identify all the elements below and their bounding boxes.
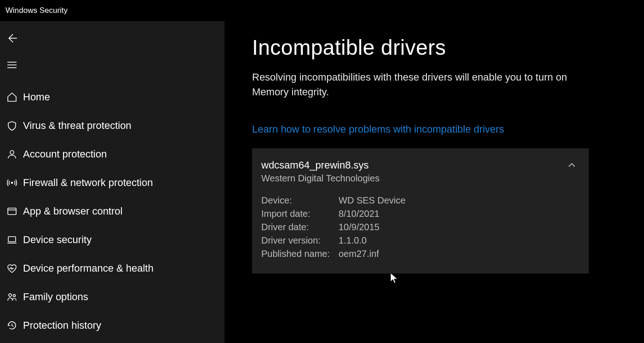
wifi-icon bbox=[4, 177, 20, 188]
back-icon bbox=[4, 32, 20, 44]
sidebar-item-label: Device performance & health bbox=[23, 262, 154, 274]
resolve-link[interactable]: Learn how to resolve problems with incom… bbox=[252, 123, 504, 135]
hamburger-icon bbox=[4, 59, 20, 70]
field-value: oem27.inf bbox=[339, 247, 379, 261]
field-label: Published name: bbox=[261, 247, 339, 261]
driver-field-import-date: Import date: 8/10/2021 bbox=[261, 207, 578, 221]
field-label: Device: bbox=[261, 194, 339, 207]
driver-field-published-name: Published name: oem27.inf bbox=[261, 247, 578, 261]
sidebar-item-device-security[interactable]: Device security bbox=[0, 226, 224, 254]
field-value: WD SES Device bbox=[339, 194, 406, 207]
field-value: 8/10/2021 bbox=[339, 207, 380, 221]
sidebar-item-history[interactable]: Protection history bbox=[0, 311, 224, 340]
history-icon bbox=[4, 320, 20, 331]
driver-field-device: Device: WD SES Device bbox=[261, 194, 578, 207]
laptop-icon bbox=[4, 234, 20, 245]
driver-file-name: wdcsam64_prewin8.sys bbox=[261, 159, 578, 171]
family-icon bbox=[4, 291, 20, 302]
sidebar-item-label: App & browser control bbox=[23, 205, 122, 217]
sidebar-item-virus[interactable]: Virus & threat protection bbox=[0, 111, 224, 140]
field-label: Import date: bbox=[261, 207, 339, 221]
sidebar-item-label: Family options bbox=[23, 291, 88, 303]
svg-point-4 bbox=[12, 182, 13, 184]
driver-field-driver-version: Driver version: 1.1.0.0 bbox=[261, 234, 578, 247]
app-icon bbox=[4, 206, 20, 217]
sidebar-item-label: Home bbox=[23, 91, 50, 103]
driver-card[interactable]: wdcsam64_prewin8.sys Western Digital Tec… bbox=[252, 148, 589, 273]
sidebar-item-label: Device security bbox=[23, 234, 92, 246]
back-button[interactable] bbox=[0, 25, 224, 52]
field-value: 1.1.0.0 bbox=[339, 234, 367, 247]
field-label: Driver version: bbox=[261, 234, 339, 247]
sidebar-item-home[interactable]: Home bbox=[0, 83, 224, 111]
svg-rect-7 bbox=[8, 237, 16, 242]
chevron-up-icon[interactable] bbox=[567, 160, 577, 170]
account-icon bbox=[4, 149, 20, 160]
sidebar-item-label: Firewall & network protection bbox=[23, 177, 153, 189]
main-content: Incompatible drivers Resolving incompati… bbox=[224, 21, 644, 343]
title-bar: Windows Security bbox=[0, 0, 644, 21]
sidebar-item-performance[interactable]: Device performance & health bbox=[0, 254, 224, 283]
svg-point-3 bbox=[10, 151, 14, 154]
sidebar-item-account[interactable]: Account protection bbox=[0, 140, 224, 169]
sidebar-item-label: Protection history bbox=[23, 320, 101, 331]
hamburger-button[interactable] bbox=[0, 52, 224, 78]
home-icon bbox=[4, 92, 20, 103]
sidebar: Home Virus & threat protection Account p… bbox=[0, 21, 224, 343]
svg-point-9 bbox=[9, 294, 12, 296]
driver-publisher: Western Digital Technologies bbox=[261, 173, 578, 184]
heart-icon bbox=[4, 263, 20, 274]
sidebar-item-label: Account protection bbox=[23, 148, 107, 160]
driver-field-driver-date: Driver date: 10/9/2015 bbox=[261, 221, 578, 234]
field-value: 10/9/2015 bbox=[339, 221, 380, 234]
page-title: Incompatible drivers bbox=[252, 35, 616, 60]
field-label: Driver date: bbox=[261, 221, 339, 234]
sidebar-item-firewall[interactable]: Firewall & network protection bbox=[0, 169, 224, 197]
shield-icon bbox=[4, 120, 20, 131]
sidebar-item-app-browser[interactable]: App & browser control bbox=[0, 197, 224, 226]
sidebar-item-label: Virus & threat protection bbox=[23, 120, 132, 132]
window-title: Windows Security bbox=[6, 6, 68, 15]
sidebar-item-family[interactable]: Family options bbox=[0, 283, 224, 311]
svg-point-10 bbox=[13, 295, 16, 297]
page-subtitle: Resolving incompatibilities with these d… bbox=[252, 70, 602, 99]
svg-rect-5 bbox=[8, 208, 16, 215]
